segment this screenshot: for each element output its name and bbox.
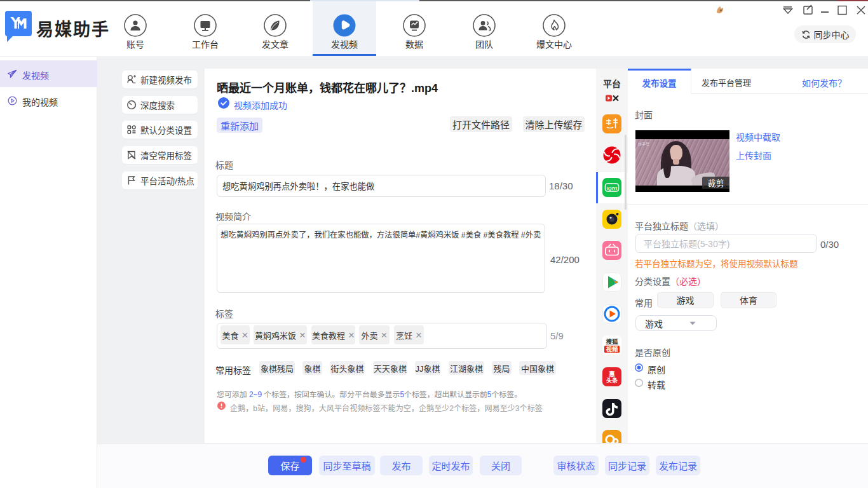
- svg-text:头条: 头条: [606, 377, 618, 384]
- svg-text:视频: 视频: [606, 346, 618, 353]
- svg-text:惠: 惠: [609, 370, 614, 377]
- svg-text:iQIYI: iQIYI: [607, 186, 617, 191]
- svg-text:搜狐: 搜狐: [606, 338, 618, 345]
